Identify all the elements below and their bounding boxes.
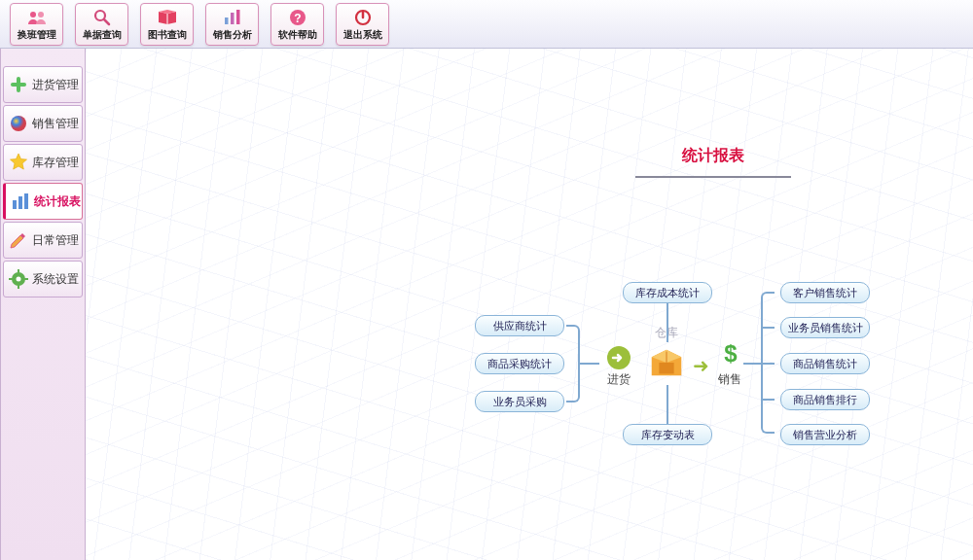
- title-underline: [635, 176, 791, 178]
- svg-rect-22: [24, 278, 28, 280]
- connector-line: [667, 303, 668, 342]
- svg-rect-5: [231, 13, 234, 24]
- connector-line: [667, 385, 668, 424]
- content-area: 统计报表 供应商统计 商品采购统计 业务员采购 进货 仓库 库存成本统计 库存变…: [86, 49, 973, 560]
- pill-inventory-cost[interactable]: 库存成本统计: [623, 282, 712, 303]
- sidebar-item-inventory[interactable]: 库存管理: [3, 144, 83, 181]
- connector-line: [761, 363, 775, 365]
- pill-sales-rank[interactable]: 商品销售排行: [780, 389, 870, 410]
- toolbar-shift-mgmt[interactable]: 换班管理: [10, 3, 63, 46]
- toolbar-book-query[interactable]: 图书查询: [140, 3, 194, 46]
- pill-customer-sales[interactable]: 客户销售统计: [780, 282, 870, 303]
- svg-line-3: [104, 19, 109, 24]
- sidebar-item-reports[interactable]: 统计报表: [3, 183, 83, 220]
- svg-rect-6: [236, 10, 240, 24]
- arrow-right-icon: ➜: [693, 354, 709, 377]
- pill-agent-purchase[interactable]: 业务员采购: [475, 391, 564, 412]
- plus-icon: [8, 74, 29, 95]
- sidebar-item-settings[interactable]: 系统设置: [3, 261, 83, 298]
- svg-rect-16: [24, 193, 28, 209]
- svg-rect-21: [9, 278, 13, 280]
- toolbar-label: 销售分析: [213, 28, 252, 42]
- toolbar-label: 单据查询: [83, 28, 122, 42]
- warehouse-icon: [646, 342, 687, 383]
- svg-rect-24: [659, 363, 673, 373]
- connector-line: [580, 363, 599, 365]
- sidebar-item-daily[interactable]: 日常管理: [3, 222, 83, 259]
- toolbar-help[interactable]: ? 软件帮助: [270, 3, 324, 46]
- sidebar: 进货管理 销售管理 库存管理 统计报表 日常管理 系统设置: [0, 49, 86, 560]
- svg-point-13: [11, 116, 26, 131]
- toolbar-label: 退出系统: [343, 28, 382, 42]
- bars-icon: [10, 191, 31, 212]
- pill-purchase-stats[interactable]: 商品采购统计: [475, 353, 564, 374]
- sidebar-item-sales[interactable]: 销售管理: [3, 105, 83, 142]
- svg-text:$: $: [724, 342, 738, 367]
- toolbar-bill-query[interactable]: 单据查询: [75, 3, 128, 46]
- svg-rect-12: [11, 83, 26, 87]
- svg-rect-20: [18, 285, 19, 289]
- search-icon: [91, 8, 113, 27]
- svg-rect-14: [13, 200, 17, 209]
- page-title-block: 统计报表: [635, 146, 791, 178]
- svg-point-18: [17, 277, 21, 282]
- svg-rect-19: [18, 269, 19, 273]
- connector-line: [761, 327, 775, 329]
- svg-point-0: [30, 12, 36, 18]
- page-title: 统计报表: [635, 146, 791, 166]
- sidebar-label: 日常管理: [32, 232, 79, 249]
- svg-rect-4: [225, 18, 229, 24]
- book-icon: [157, 8, 178, 27]
- svg-rect-15: [18, 196, 22, 209]
- toolbar-exit[interactable]: 退出系统: [336, 3, 389, 46]
- node-incoming-label: 进货: [607, 371, 631, 388]
- pill-supplier-stats[interactable]: 供应商统计: [475, 315, 564, 336]
- ball-icon: [8, 113, 29, 134]
- sidebar-label: 统计报表: [34, 193, 81, 210]
- people-icon: [26, 8, 48, 27]
- star-icon: [8, 152, 29, 173]
- main-area: 进货管理 销售管理 库存管理 统计报表 日常管理 系统设置 统计报表 供应商统计: [0, 49, 973, 560]
- sidebar-item-incoming[interactable]: 进货管理: [3, 66, 83, 103]
- chart-icon: [222, 8, 243, 27]
- pill-product-sales[interactable]: 商品销售统计: [780, 353, 870, 374]
- toolbar-label: 换班管理: [18, 28, 56, 42]
- svg-text:?: ?: [294, 11, 301, 24]
- power-icon: [352, 8, 374, 27]
- toolbar-label: 图书查询: [148, 28, 187, 42]
- svg-point-1: [38, 12, 44, 18]
- top-toolbar: 换班管理 单据查询 图书查询 销售分析 ? 软件帮助 退出系统: [0, 0, 973, 49]
- sidebar-label: 销售管理: [32, 116, 79, 132]
- toolbar-label: 软件帮助: [278, 28, 317, 42]
- pencil-icon: [8, 229, 29, 251]
- connector-line: [743, 363, 761, 365]
- pill-sales-analysis[interactable]: 销售营业分析: [780, 424, 870, 445]
- sidebar-label: 进货管理: [32, 77, 79, 93]
- gear-icon: [8, 268, 29, 290]
- sidebar-label: 库存管理: [32, 155, 79, 171]
- node-sales-label: 销售: [718, 371, 741, 388]
- connector-left-bracket: [566, 325, 580, 402]
- dollar-icon: $: [718, 342, 743, 372]
- toolbar-sales-analysis[interactable]: 销售分析: [205, 3, 259, 46]
- connector-line: [761, 399, 775, 401]
- help-icon: ?: [287, 8, 308, 27]
- sidebar-label: 系统设置: [32, 271, 79, 288]
- pill-inventory-change[interactable]: 库存变动表: [623, 424, 712, 445]
- pill-agent-sales[interactable]: 业务员销售统计: [780, 317, 870, 338]
